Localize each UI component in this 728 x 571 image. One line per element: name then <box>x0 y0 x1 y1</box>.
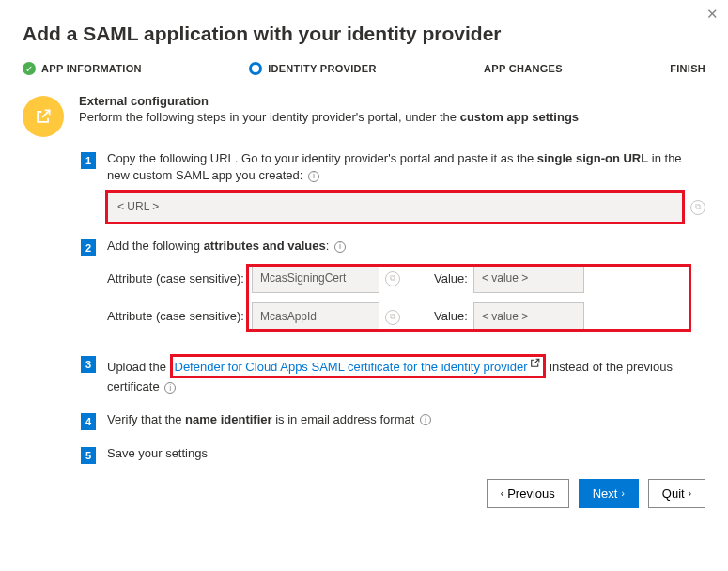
attribute-label: Attribute (case sensitive): <box>107 270 246 287</box>
chevron-left-icon: ‹ <box>501 488 503 499</box>
step2-bold: attributes and values <box>204 239 326 253</box>
dialog-title: Add a SAML application with your identit… <box>23 23 705 45</box>
previous-label: Previous <box>507 486 555 501</box>
quit-label: Quit <box>662 486 685 501</box>
instruction-step-1: 1 Copy the following URL. Go to your ide… <box>81 150 705 223</box>
instruction-step-2: 2 Add the following attributes and value… <box>81 238 705 339</box>
stepper-label: APP INFORMATION <box>41 63 142 74</box>
stepper-line <box>384 69 476 69</box>
copy-icon[interactable]: ⧉ <box>690 200 705 215</box>
step-number: 2 <box>81 239 96 256</box>
attribute-value-field[interactable]: < value > <box>473 302 584 332</box>
wizard-stepper: ✓ APP INFORMATION IDENTITY PROVIDER APP … <box>23 62 705 75</box>
info-icon[interactable]: i <box>164 382 176 394</box>
next-button[interactable]: Next› <box>579 479 639 508</box>
section-subtext: Perform the following steps in your iden… <box>79 110 579 124</box>
next-label: Next <box>593 486 618 501</box>
instruction-step-5: 5 Save your settings <box>81 445 705 464</box>
chevron-right-icon: › <box>689 488 691 499</box>
previous-button[interactable]: ‹Previous <box>487 479 569 508</box>
step3-text: Upload the <box>107 360 170 374</box>
saml-certificate-link[interactable]: Defender for Cloud Apps SAML certificate… <box>175 360 528 374</box>
sso-url-field[interactable]: < URL > <box>107 192 683 223</box>
external-config-icon <box>23 96 64 137</box>
step4-text: Verify that the <box>107 412 185 426</box>
current-step-dot-icon <box>249 62 262 75</box>
check-icon: ✓ <box>23 62 36 75</box>
subtext-bold: custom app settings <box>460 110 579 124</box>
quit-button[interactable]: Quit› <box>648 479 705 508</box>
stepper-line <box>570 69 662 69</box>
copy-icon[interactable]: ⧉ <box>385 271 400 286</box>
step4-bold: name identifier <box>185 412 271 426</box>
attribute-label: Attribute (case sensitive): <box>107 308 246 325</box>
stepper-finish: FINISH <box>670 63 705 74</box>
section-heading: External configuration <box>79 94 579 108</box>
stepper-app-information: ✓ APP INFORMATION <box>23 62 142 75</box>
stepper-app-changes: APP CHANGES <box>484 63 563 74</box>
step2-text2: : <box>326 239 333 253</box>
external-link-icon <box>529 357 541 374</box>
value-label: Value: <box>434 308 468 325</box>
copy-icon[interactable]: ⧉ <box>385 310 400 325</box>
step2-text: Add the following <box>107 239 204 253</box>
stepper-label: IDENTITY PROVIDER <box>268 63 377 74</box>
info-icon[interactable]: i <box>420 414 431 425</box>
stepper-label: APP CHANGES <box>484 63 563 74</box>
step5-text: Save your settings <box>107 446 208 460</box>
stepper-identity-provider: IDENTITY PROVIDER <box>249 62 377 75</box>
step-number: 3 <box>81 356 96 373</box>
step-number: 5 <box>81 447 96 464</box>
chevron-right-icon: › <box>621 488 624 499</box>
info-icon[interactable]: i <box>308 171 319 182</box>
step1-text: Copy the following URL. Go to your ident… <box>107 151 537 165</box>
wizard-footer: ‹Previous Next› Quit› <box>23 479 705 508</box>
subtext-prefix: Perform the following steps in your iden… <box>79 110 460 124</box>
step4-text2: is in email address format <box>272 412 418 426</box>
step-number: 1 <box>81 152 96 169</box>
attribute-name-field[interactable]: McasSigningCert <box>252 264 379 293</box>
attribute-name-field[interactable]: McasAppId <box>252 302 379 332</box>
instruction-step-4: 4 Verify that the name identifier is in … <box>81 411 705 430</box>
stepper-label: FINISH <box>670 63 705 74</box>
instruction-step-3: 3 Upload the Defender for Cloud Apps SAM… <box>81 354 705 396</box>
close-button[interactable]: ✕ <box>706 6 719 23</box>
info-icon[interactable]: i <box>334 241 346 253</box>
step-number: 4 <box>81 413 96 430</box>
stepper-line <box>149 69 241 69</box>
step1-bold: single sign-on URL <box>537 151 648 165</box>
value-label: Value: <box>434 270 468 287</box>
attribute-value-field[interactable]: < value > <box>473 264 584 293</box>
